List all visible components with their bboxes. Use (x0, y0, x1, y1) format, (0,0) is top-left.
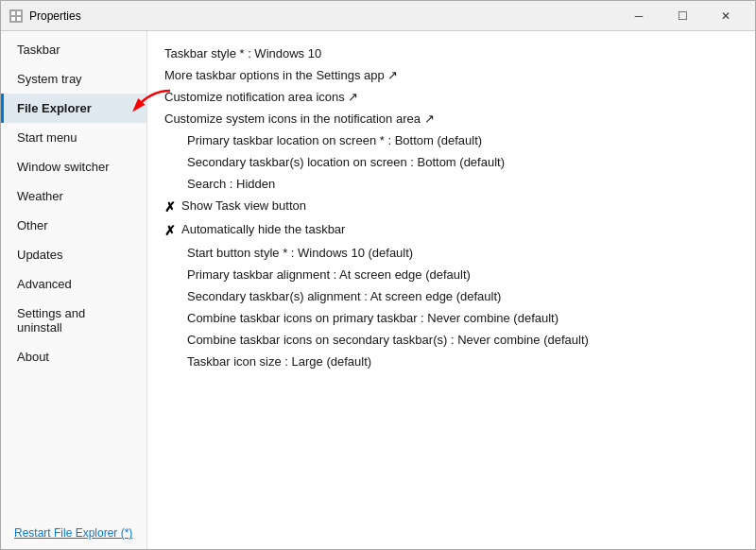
svg-rect-3 (11, 17, 15, 21)
sidebar-item-taskbar[interactable]: Taskbar (1, 35, 146, 64)
properties-window: Properties ─ ☐ ✕ TaskbarSystem trayFile … (0, 0, 756, 550)
setting-label: Automatically hide the taskbar (181, 222, 345, 236)
setting-label: Secondary taskbar(s) location on screen … (187, 155, 505, 169)
sidebar-nav: TaskbarSystem trayFile ExplorerStart men… (1, 35, 146, 371)
setting-primary-alignment: Primary taskbar alignment : At screen ed… (164, 264, 738, 285)
setting-label: Taskbar icon size : Large (default) (187, 354, 371, 369)
setting-label: Taskbar style * : Windows 10 (164, 46, 321, 60)
setting-search: Search : Hidden (164, 173, 738, 195)
settings-list: Taskbar style * : Windows 10More taskbar… (164, 43, 738, 372)
sidebar-item-system-tray[interactable]: System tray (1, 64, 146, 94)
sidebar-item-other[interactable]: Other (1, 211, 146, 240)
content-area: TaskbarSystem trayFile ExplorerStart men… (1, 31, 755, 549)
window-controls: ─ ☐ ✕ (617, 1, 747, 31)
setting-start-button-style: Start button style * : Windows 10 (defau… (164, 242, 738, 264)
setting-label: Primary taskbar alignment : At screen ed… (187, 267, 471, 282)
setting-taskbar-style: Taskbar style * : Windows 10 (164, 43, 738, 64)
setting-auto-hide: ✗Automatically hide the taskbar (164, 218, 738, 242)
svg-rect-4 (17, 17, 21, 21)
restart-link[interactable]: Restart File Explorer (*) (14, 526, 132, 540)
sidebar: TaskbarSystem trayFile ExplorerStart men… (1, 31, 147, 549)
setting-combine-secondary: Combine taskbar icons on secondary taskb… (164, 329, 738, 351)
setting-label: Search : Hidden (187, 177, 275, 191)
x-icon: ✗ (164, 223, 176, 238)
setting-show-task-view: ✗Show Task view button (164, 195, 738, 218)
setting-customize-system: Customize system icons in the notificati… (164, 108, 738, 129)
title-bar: Properties ─ ☐ ✕ (1, 1, 755, 31)
sidebar-item-about[interactable]: About (1, 342, 146, 371)
sidebar-item-window-switcher[interactable]: Window switcher (1, 152, 146, 181)
svg-rect-2 (17, 11, 21, 15)
window-title: Properties (29, 9, 617, 23)
main-content: Taskbar style * : Windows 10More taskbar… (147, 31, 755, 549)
setting-primary-location: Primary taskbar location on screen * : B… (164, 129, 738, 151)
setting-secondary-location: Secondary taskbar(s) location on screen … (164, 151, 738, 173)
x-icon: ✗ (164, 199, 176, 215)
sidebar-item-file-explorer[interactable]: File Explorer (1, 94, 146, 123)
svg-rect-1 (11, 11, 15, 15)
setting-secondary-alignment: Secondary taskbar(s) alignment : At scre… (164, 285, 738, 307)
sidebar-item-start-menu[interactable]: Start menu (1, 123, 146, 152)
setting-customize-notif: Customize notification area icons ↗ (164, 86, 738, 108)
close-button[interactable]: ✕ (704, 1, 747, 31)
sidebar-bottom: Restart File Explorer (*) (1, 518, 146, 549)
sidebar-item-updates[interactable]: Updates (1, 240, 146, 269)
setting-label: Customize notification area icons ↗ (164, 90, 358, 104)
sidebar-item-weather[interactable]: Weather (1, 181, 146, 211)
setting-label: Combine taskbar icons on primary taskbar… (187, 311, 558, 325)
setting-icon-size: Taskbar icon size : Large (default) (164, 351, 738, 372)
sidebar-item-settings-uninstall[interactable]: Settings and uninstall (1, 299, 146, 342)
minimize-button[interactable]: ─ (617, 1, 661, 31)
setting-combine-primary: Combine taskbar icons on primary taskbar… (164, 307, 738, 329)
setting-label: Customize system icons in the notificati… (164, 112, 435, 126)
setting-label: Combine taskbar icons on secondary taskb… (187, 333, 589, 347)
setting-label: Primary taskbar location on screen * : B… (187, 133, 482, 147)
setting-more-taskbar: More taskbar options in the Settings app… (164, 64, 738, 86)
setting-label: More taskbar options in the Settings app… (164, 68, 398, 82)
setting-label: Start button style * : Windows 10 (defau… (187, 246, 413, 260)
setting-label: Show Task view button (181, 198, 306, 213)
sidebar-item-advanced[interactable]: Advanced (1, 269, 146, 299)
maximize-button[interactable]: ☐ (661, 1, 704, 31)
setting-label: Secondary taskbar(s) alignment : At scre… (187, 289, 501, 303)
window-icon (9, 9, 24, 24)
